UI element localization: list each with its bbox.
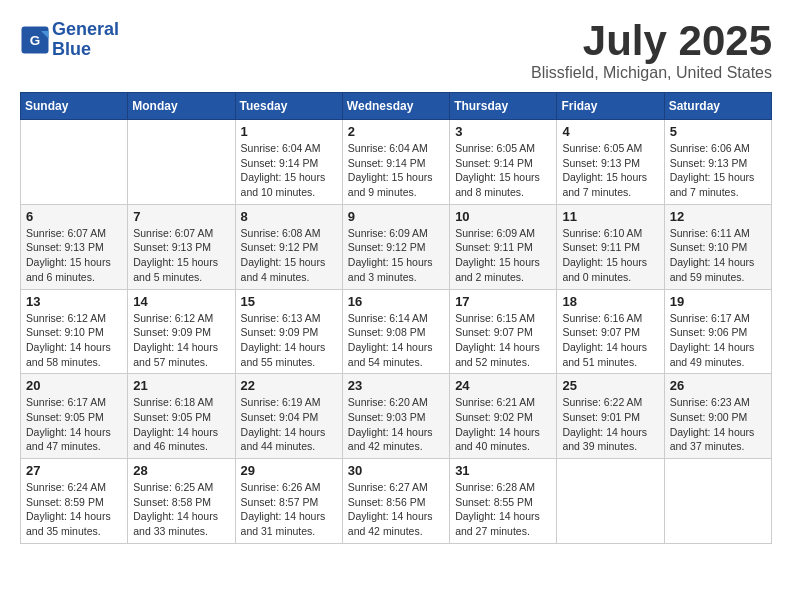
day-number: 16 <box>348 294 444 309</box>
day-info: Sunrise: 6:09 AMSunset: 9:11 PMDaylight:… <box>455 226 551 285</box>
page-header: G General Blue July 2025 Blissfield, Mic… <box>20 20 772 82</box>
day-number: 7 <box>133 209 229 224</box>
day-number: 10 <box>455 209 551 224</box>
day-number: 27 <box>26 463 122 478</box>
day-number: 14 <box>133 294 229 309</box>
day-info: Sunrise: 6:05 AMSunset: 9:13 PMDaylight:… <box>562 141 658 200</box>
day-number: 13 <box>26 294 122 309</box>
calendar-cell <box>21 120 128 205</box>
day-number: 24 <box>455 378 551 393</box>
calendar-week-row: 6Sunrise: 6:07 AMSunset: 9:13 PMDaylight… <box>21 204 772 289</box>
day-number: 4 <box>562 124 658 139</box>
day-number: 30 <box>348 463 444 478</box>
day-info: Sunrise: 6:04 AMSunset: 9:14 PMDaylight:… <box>241 141 337 200</box>
calendar-cell: 5Sunrise: 6:06 AMSunset: 9:13 PMDaylight… <box>664 120 771 205</box>
day-info: Sunrise: 6:25 AMSunset: 8:58 PMDaylight:… <box>133 480 229 539</box>
calendar-cell: 24Sunrise: 6:21 AMSunset: 9:02 PMDayligh… <box>450 374 557 459</box>
calendar-cell: 8Sunrise: 6:08 AMSunset: 9:12 PMDaylight… <box>235 204 342 289</box>
calendar-cell: 18Sunrise: 6:16 AMSunset: 9:07 PMDayligh… <box>557 289 664 374</box>
weekday-header-cell: Sunday <box>21 93 128 120</box>
day-info: Sunrise: 6:06 AMSunset: 9:13 PMDaylight:… <box>670 141 766 200</box>
calendar-cell <box>128 120 235 205</box>
day-info: Sunrise: 6:26 AMSunset: 8:57 PMDaylight:… <box>241 480 337 539</box>
calendar-cell: 17Sunrise: 6:15 AMSunset: 9:07 PMDayligh… <box>450 289 557 374</box>
calendar-cell: 1Sunrise: 6:04 AMSunset: 9:14 PMDaylight… <box>235 120 342 205</box>
calendar-cell: 25Sunrise: 6:22 AMSunset: 9:01 PMDayligh… <box>557 374 664 459</box>
day-info: Sunrise: 6:28 AMSunset: 8:55 PMDaylight:… <box>455 480 551 539</box>
logo-line1: General <box>52 19 119 39</box>
calendar-cell: 21Sunrise: 6:18 AMSunset: 9:05 PMDayligh… <box>128 374 235 459</box>
logo-icon: G <box>20 25 50 55</box>
calendar-cell: 2Sunrise: 6:04 AMSunset: 9:14 PMDaylight… <box>342 120 449 205</box>
calendar-cell <box>557 459 664 544</box>
day-number: 26 <box>670 378 766 393</box>
calendar-cell: 6Sunrise: 6:07 AMSunset: 9:13 PMDaylight… <box>21 204 128 289</box>
svg-text:G: G <box>30 32 41 47</box>
calendar-week-row: 20Sunrise: 6:17 AMSunset: 9:05 PMDayligh… <box>21 374 772 459</box>
day-info: Sunrise: 6:27 AMSunset: 8:56 PMDaylight:… <box>348 480 444 539</box>
day-number: 9 <box>348 209 444 224</box>
day-info: Sunrise: 6:08 AMSunset: 9:12 PMDaylight:… <box>241 226 337 285</box>
day-number: 12 <box>670 209 766 224</box>
day-info: Sunrise: 6:17 AMSunset: 9:05 PMDaylight:… <box>26 395 122 454</box>
calendar-cell: 4Sunrise: 6:05 AMSunset: 9:13 PMDaylight… <box>557 120 664 205</box>
day-number: 19 <box>670 294 766 309</box>
calendar-cell: 9Sunrise: 6:09 AMSunset: 9:12 PMDaylight… <box>342 204 449 289</box>
day-info: Sunrise: 6:10 AMSunset: 9:11 PMDaylight:… <box>562 226 658 285</box>
day-number: 1 <box>241 124 337 139</box>
day-number: 15 <box>241 294 337 309</box>
day-info: Sunrise: 6:19 AMSunset: 9:04 PMDaylight:… <box>241 395 337 454</box>
day-number: 29 <box>241 463 337 478</box>
calendar-cell: 12Sunrise: 6:11 AMSunset: 9:10 PMDayligh… <box>664 204 771 289</box>
day-info: Sunrise: 6:11 AMSunset: 9:10 PMDaylight:… <box>670 226 766 285</box>
calendar-week-row: 27Sunrise: 6:24 AMSunset: 8:59 PMDayligh… <box>21 459 772 544</box>
calendar-cell: 16Sunrise: 6:14 AMSunset: 9:08 PMDayligh… <box>342 289 449 374</box>
day-number: 2 <box>348 124 444 139</box>
day-info: Sunrise: 6:12 AMSunset: 9:10 PMDaylight:… <box>26 311 122 370</box>
weekday-header-row: SundayMondayTuesdayWednesdayThursdayFrid… <box>21 93 772 120</box>
logo-text: General Blue <box>52 20 119 60</box>
weekday-header-cell: Tuesday <box>235 93 342 120</box>
day-number: 5 <box>670 124 766 139</box>
calendar-cell: 30Sunrise: 6:27 AMSunset: 8:56 PMDayligh… <box>342 459 449 544</box>
month-title: July 2025 <box>531 20 772 62</box>
day-info: Sunrise: 6:18 AMSunset: 9:05 PMDaylight:… <box>133 395 229 454</box>
day-info: Sunrise: 6:22 AMSunset: 9:01 PMDaylight:… <box>562 395 658 454</box>
day-number: 3 <box>455 124 551 139</box>
day-info: Sunrise: 6:14 AMSunset: 9:08 PMDaylight:… <box>348 311 444 370</box>
day-number: 23 <box>348 378 444 393</box>
calendar-week-row: 1Sunrise: 6:04 AMSunset: 9:14 PMDaylight… <box>21 120 772 205</box>
day-info: Sunrise: 6:12 AMSunset: 9:09 PMDaylight:… <box>133 311 229 370</box>
calendar-cell: 11Sunrise: 6:10 AMSunset: 9:11 PMDayligh… <box>557 204 664 289</box>
calendar-cell: 27Sunrise: 6:24 AMSunset: 8:59 PMDayligh… <box>21 459 128 544</box>
calendar-cell: 15Sunrise: 6:13 AMSunset: 9:09 PMDayligh… <box>235 289 342 374</box>
day-info: Sunrise: 6:09 AMSunset: 9:12 PMDaylight:… <box>348 226 444 285</box>
calendar-cell: 3Sunrise: 6:05 AMSunset: 9:14 PMDaylight… <box>450 120 557 205</box>
title-area: July 2025 Blissfield, Michigan, United S… <box>531 20 772 82</box>
calendar-cell: 28Sunrise: 6:25 AMSunset: 8:58 PMDayligh… <box>128 459 235 544</box>
day-info: Sunrise: 6:21 AMSunset: 9:02 PMDaylight:… <box>455 395 551 454</box>
day-number: 31 <box>455 463 551 478</box>
day-info: Sunrise: 6:13 AMSunset: 9:09 PMDaylight:… <box>241 311 337 370</box>
day-number: 8 <box>241 209 337 224</box>
day-info: Sunrise: 6:07 AMSunset: 9:13 PMDaylight:… <box>26 226 122 285</box>
calendar-cell: 31Sunrise: 6:28 AMSunset: 8:55 PMDayligh… <box>450 459 557 544</box>
weekday-header-cell: Wednesday <box>342 93 449 120</box>
calendar-cell: 13Sunrise: 6:12 AMSunset: 9:10 PMDayligh… <box>21 289 128 374</box>
day-number: 6 <box>26 209 122 224</box>
calendar-table: SundayMondayTuesdayWednesdayThursdayFrid… <box>20 92 772 544</box>
calendar-cell: 22Sunrise: 6:19 AMSunset: 9:04 PMDayligh… <box>235 374 342 459</box>
weekday-header-cell: Saturday <box>664 93 771 120</box>
logo: G General Blue <box>20 20 119 60</box>
weekday-header-cell: Friday <box>557 93 664 120</box>
weekday-header-cell: Monday <box>128 93 235 120</box>
weekday-header-cell: Thursday <box>450 93 557 120</box>
day-info: Sunrise: 6:16 AMSunset: 9:07 PMDaylight:… <box>562 311 658 370</box>
day-info: Sunrise: 6:20 AMSunset: 9:03 PMDaylight:… <box>348 395 444 454</box>
day-info: Sunrise: 6:17 AMSunset: 9:06 PMDaylight:… <box>670 311 766 370</box>
day-number: 25 <box>562 378 658 393</box>
day-info: Sunrise: 6:04 AMSunset: 9:14 PMDaylight:… <box>348 141 444 200</box>
calendar-cell: 26Sunrise: 6:23 AMSunset: 9:00 PMDayligh… <box>664 374 771 459</box>
calendar-cell: 20Sunrise: 6:17 AMSunset: 9:05 PMDayligh… <box>21 374 128 459</box>
day-number: 21 <box>133 378 229 393</box>
